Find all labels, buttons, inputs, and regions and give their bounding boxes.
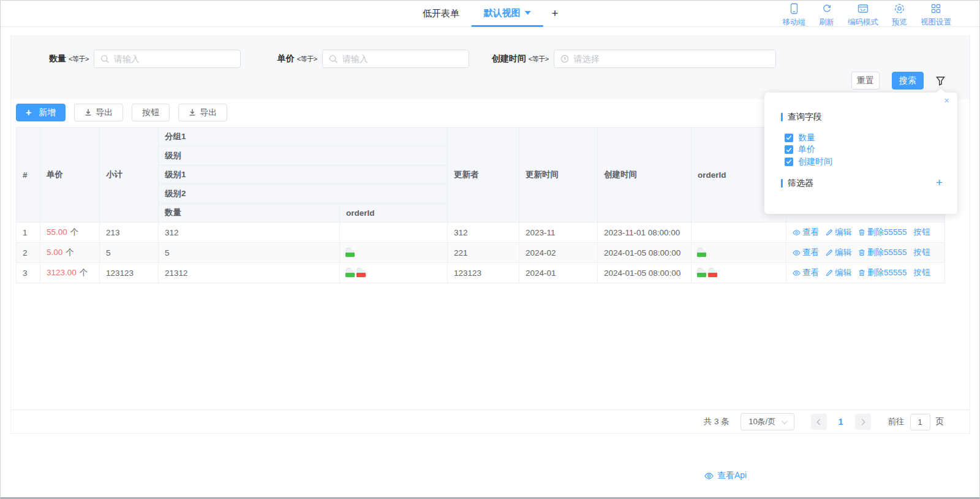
mobile-button[interactable]: 移动端 xyxy=(783,3,806,28)
eye-icon xyxy=(793,229,801,236)
export-button-label: 导出 xyxy=(200,107,217,118)
checkbox-checked-icon[interactable] xyxy=(785,145,793,154)
cell-create-time: 2024-01-05 08:00:00 xyxy=(598,243,692,263)
prev-page-button[interactable] xyxy=(811,414,827,430)
preview-label: 预览 xyxy=(892,17,907,28)
row-button-link[interactable]: 按钮 xyxy=(914,267,930,278)
unit-label: 个 xyxy=(70,227,79,237)
col-header-order-id-sub: orderId xyxy=(340,204,448,223)
price-value: 3123.00 xyxy=(47,268,77,277)
refresh-label: 刷新 xyxy=(819,17,834,28)
topbar-tools: 移动端 刷新 编码模式 预览 xyxy=(783,3,952,28)
quantity-input[interactable] xyxy=(114,54,234,64)
code-mode-button[interactable]: 编码模式 xyxy=(848,3,878,28)
eye-icon xyxy=(704,472,714,480)
view-link[interactable]: 查看 xyxy=(793,267,819,278)
search-field-operator: <等于> xyxy=(297,55,317,64)
next-page-button[interactable] xyxy=(855,414,871,430)
col-header-unit-price: 单价 xyxy=(40,128,100,223)
preview-button[interactable]: 预览 xyxy=(892,3,907,28)
file-icon-pdf[interactable] xyxy=(357,268,365,278)
page-size-select[interactable]: 10条/页 xyxy=(741,413,794,430)
view-api-link[interactable]: 查看Api xyxy=(704,470,747,481)
view-api-label: 查看Api xyxy=(717,470,747,481)
file-icon-xlsx[interactable] xyxy=(698,248,706,257)
close-icon[interactable] xyxy=(944,96,949,105)
add-view-tab-label: + xyxy=(552,7,559,20)
export-button-2[interactable]: 导出 xyxy=(178,104,227,121)
file-icon-xlsx[interactable] xyxy=(698,268,706,278)
unit-price-input[interactable] xyxy=(342,54,462,64)
chevron-right-icon xyxy=(859,419,865,425)
topbar: 低开表单 默认视图 + 移动端 刷新 xyxy=(1,1,979,27)
table-row: 2 5.00个 5 5 221 2024-02 2024-01-05 08:00… xyxy=(17,243,945,263)
attachment-list xyxy=(346,268,368,277)
add-view-tab[interactable]: + xyxy=(543,1,567,27)
pencil-icon xyxy=(826,229,833,236)
cell-order-id xyxy=(692,263,786,283)
view-settings-button[interactable]: 视图设置 xyxy=(921,3,951,28)
row-button-link[interactable]: 按钮 xyxy=(914,227,930,238)
cell-actions: 查看 编辑 删除55555 按钮 xyxy=(786,223,945,243)
page-number-current[interactable]: 1 xyxy=(839,417,843,427)
edit-link[interactable]: 编辑 xyxy=(826,267,851,278)
add-button[interactable]: 新增 xyxy=(16,104,66,121)
search-button[interactable]: 搜索 xyxy=(892,72,924,90)
filter-funnel-button[interactable] xyxy=(936,76,945,86)
query-fields-title: 查询字段 xyxy=(788,112,822,123)
chevron-down-icon xyxy=(782,418,788,424)
custom-button-label: 按钮 xyxy=(142,107,159,118)
search-field-create-time: 创建时间 <等于> xyxy=(492,50,776,68)
cell-order-id-sub xyxy=(340,223,448,243)
checkbox-checked-icon[interactable] xyxy=(785,158,793,166)
add-filter-icon[interactable] xyxy=(936,177,943,188)
checkbox-row-create-time[interactable]: 创建时间 xyxy=(785,156,957,168)
delete-link[interactable]: 删除55555 xyxy=(858,247,907,258)
checkbox-row-quantity[interactable]: 数量 xyxy=(785,132,957,144)
checkbox-checked-icon[interactable] xyxy=(785,134,793,142)
reset-button[interactable]: 重置 xyxy=(851,72,880,90)
row-button-link[interactable]: 按钮 xyxy=(914,247,930,258)
custom-button[interactable]: 按钮 xyxy=(132,104,170,121)
pencil-icon xyxy=(826,249,833,256)
file-icon-pdf[interactable] xyxy=(709,268,717,278)
edit-link[interactable]: 编辑 xyxy=(826,247,851,258)
delete-link-label: 删除55555 xyxy=(867,227,907,238)
view-link[interactable]: 查看 xyxy=(793,227,819,238)
cell-quantity: 312 xyxy=(159,223,340,243)
filter-settings-panel: 查询字段 数量 单价 创建时间 筛选器 xyxy=(764,93,957,214)
checkbox-row-unit-price[interactable]: 单价 xyxy=(785,144,957,156)
delete-link[interactable]: 删除55555 xyxy=(858,227,907,238)
cell-subtotal: 213 xyxy=(100,223,159,243)
checkbox-label: 数量 xyxy=(798,132,815,143)
view-link[interactable]: 查看 xyxy=(793,247,819,258)
cell-index: 1 xyxy=(17,223,40,243)
edit-link[interactable]: 编辑 xyxy=(826,227,851,238)
search-fields-row: 数量 <等于> 单价 <等于> 创建时间 xyxy=(11,50,970,68)
cell-subtotal: 5 xyxy=(100,243,159,263)
tab-default-view[interactable]: 默认视图 xyxy=(472,1,543,27)
filter-section: 筛选器 xyxy=(764,178,957,189)
create-time-input[interactable] xyxy=(574,54,769,64)
search-field-operator: <等于> xyxy=(529,55,549,64)
price-value: 5.00 xyxy=(47,248,62,257)
section-accent-bar xyxy=(781,113,783,121)
file-icon-xlsx[interactable] xyxy=(346,248,354,257)
search-icon xyxy=(329,55,337,63)
export-button-1[interactable]: 导出 xyxy=(74,104,123,121)
view-link-label: 查看 xyxy=(802,227,819,238)
cell-unit-price: 55.00个 xyxy=(40,223,100,243)
view-settings-icon xyxy=(931,3,941,16)
delete-link[interactable]: 删除55555 xyxy=(858,267,907,278)
refresh-button[interactable]: 刷新 xyxy=(819,3,834,28)
trash-icon xyxy=(858,249,865,256)
cell-create-time: 2023-11-01 08:00:00 xyxy=(598,223,692,243)
goto-page-input[interactable] xyxy=(910,414,930,430)
search-field-label: 数量 xyxy=(49,53,66,64)
col-header-updater: 更新者 xyxy=(448,128,519,223)
quantity-input-box xyxy=(94,50,241,68)
file-icon-xlsx[interactable] xyxy=(346,268,354,278)
row-button-label: 按钮 xyxy=(914,247,930,258)
cell-updater: 123123 xyxy=(448,263,519,283)
filter-section-title: 筛选器 xyxy=(788,178,813,189)
